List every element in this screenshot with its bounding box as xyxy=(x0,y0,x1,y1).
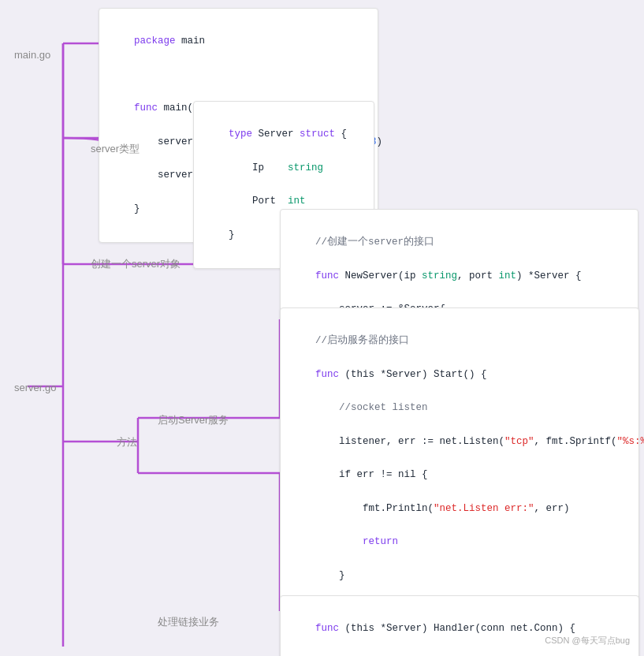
return-kw: return xyxy=(315,536,398,547)
struct-kw: struct xyxy=(300,129,335,140)
sprintf-call: , fmt.Sprintf( xyxy=(534,436,617,447)
print-err: fmt.Println( xyxy=(315,503,434,514)
tcp-str: "tcp" xyxy=(504,436,534,447)
start-comment: //启动服务器的接口 xyxy=(315,335,409,346)
ns-port-type: int xyxy=(499,270,517,281)
newserver-comment: //创建一个server的接口 xyxy=(315,237,434,248)
struct-name: Server xyxy=(252,129,300,140)
socket-listen-comment: //socket listen xyxy=(315,402,428,413)
ip-field: Ip xyxy=(229,162,288,173)
start-service-label: 启动Server服务 xyxy=(158,413,229,427)
port-type: int xyxy=(288,196,306,207)
main-close: } xyxy=(134,203,140,214)
net-err-str: "net.Listen err:" xyxy=(434,503,534,514)
ns-ret: ) *Server { xyxy=(516,270,582,281)
method-label: 方法 xyxy=(117,435,137,449)
server-type-label: server类型 xyxy=(91,142,140,156)
listener-assign: listener, err := net.Listen( xyxy=(315,436,504,447)
pkg-keyword: package xyxy=(134,35,176,47)
func-kw-start: func xyxy=(315,369,339,380)
err-check: if err != nil { xyxy=(315,469,428,480)
struct-close: } xyxy=(229,229,235,240)
ns-comma: , port xyxy=(457,270,499,281)
func-kw-ns: func xyxy=(315,270,339,281)
struct-open: { xyxy=(335,129,347,140)
ns-ip-type: string xyxy=(422,270,457,281)
func-keyword-main: func xyxy=(134,102,158,114)
servergo-label: server.go xyxy=(14,382,56,393)
maingo-label: main.go xyxy=(14,49,50,61)
canvas: main.go package main func main() { serve… xyxy=(0,0,644,656)
handler-sig: (this *Server) Handler(conn net.Conn) { xyxy=(339,623,575,634)
handler-code-box: func (this *Server) Handler(conn net.Con… xyxy=(280,595,639,656)
format-str: "%s:%d" xyxy=(617,436,644,447)
watermark: CSDN @每天写点bug xyxy=(545,635,630,647)
func-kw-handler: func xyxy=(315,623,339,634)
err-close: } xyxy=(315,570,345,581)
err-arg: , err) xyxy=(534,503,570,514)
close-paren: ) xyxy=(377,136,383,147)
start-sig: (this *Server) Start() { xyxy=(339,369,487,380)
type-kw: type xyxy=(229,129,252,140)
handle-label: 处理链接业务 xyxy=(158,615,219,629)
create-server-label: 创建一个server对象 xyxy=(91,257,181,271)
port-field: Port xyxy=(229,196,288,207)
pkg-name: main xyxy=(176,35,206,47)
newserver-sig: NewServer(ip xyxy=(339,270,422,281)
ip-type: string xyxy=(288,162,323,173)
